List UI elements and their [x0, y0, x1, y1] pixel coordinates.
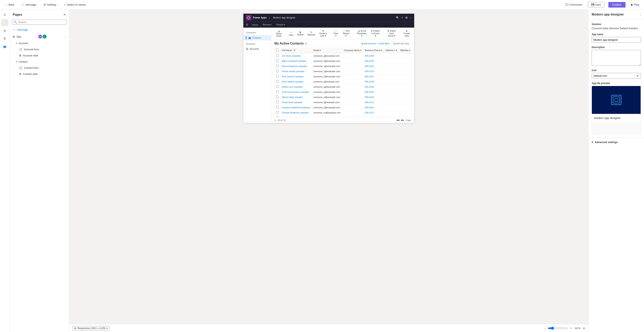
zoom-in-button[interactable]: ＋ — [569, 326, 572, 330]
table-cell-0-1[interactable]: someone_j@example.com — [312, 53, 342, 58]
table-cell-5-0[interactable]: Rene Valdes (sample) — [280, 79, 312, 84]
table-cell-4-0[interactable]: Paul Cannon (sample) — [280, 74, 312, 79]
nav-item-contact-form[interactable]: 📋 Contact form — [10, 65, 69, 71]
table-cell-8-0[interactable]: Sidney Higa (sample) — [280, 95, 312, 100]
nav-item-app[interactable]: ⊞ App M J ··· — [10, 33, 69, 40]
table-cell-10-0[interactable]: Susanna Stubberod (sample) — [280, 105, 312, 110]
zoom-out-button[interactable]: − — [544, 327, 546, 330]
crm-more-icon[interactable]: ··· — [409, 16, 412, 19]
crm-hamburger[interactable]: ☰ — [246, 23, 248, 26]
row-checkbox-6[interactable] — [276, 85, 278, 88]
crm-sidebar-contacts[interactable]: 👥 Contacts — [244, 35, 271, 40]
crm-import-excel-btn[interactable]: ⬇ Import from Excel ▾ — [385, 29, 398, 38]
crm-export-excel-btn[interactable]: ⬆ Export to Excel ▾ — [369, 29, 382, 38]
row-checkbox-7[interactable] — [276, 90, 278, 93]
table-cell-4-1[interactable]: someone_h@example.com — [312, 74, 342, 79]
col-checkbox[interactable] — [274, 48, 280, 53]
table-cell-7-1[interactable]: someone_e@example.com — [312, 89, 342, 95]
row-checkbox-5[interactable] — [276, 80, 278, 83]
table-row[interactable]: Scott Konersmann (sample)someone_e@examp… — [274, 89, 412, 95]
next-page-btn[interactable]: ▶▶ — [401, 119, 404, 121]
row-checkbox-0[interactable] — [276, 54, 278, 57]
play-button[interactable]: ▶ Play — [630, 2, 641, 7]
row-checkbox-2[interactable] — [276, 65, 278, 67]
table-cell-0-0[interactable]: Jim Glynn (sample) — [280, 53, 312, 58]
row-checkbox-1[interactable] — [276, 59, 278, 62]
app-name-input[interactable] — [592, 37, 641, 43]
table-cell-6-1[interactable]: someone_g@example.com — [312, 84, 342, 89]
crm-run-report-btn[interactable]: 📄 Run Report ▾ — [341, 29, 352, 38]
crm-new-btn[interactable]: ＋ New — [287, 30, 295, 37]
table-row[interactable]: Susanna Stubberod (sample)someone_b@exam… — [274, 105, 412, 110]
table-cell-8-1[interactable]: someone_e@example.com — [312, 95, 342, 100]
prev-page-btn[interactable]: ◀◀ — [396, 119, 400, 121]
table-cell-1-1[interactable]: someone_d@example.com — [312, 58, 342, 64]
crm-show-chart-btn[interactable]: 📊 Show Chart — [274, 29, 284, 38]
table-cell-6-0[interactable]: Robert Lyon (sample) — [280, 84, 312, 89]
people-icon[interactable]: 👥 — [1, 43, 8, 50]
crm-search-icon[interactable]: 🔍 — [396, 16, 399, 19]
menu-icon[interactable]: ☰ — [1, 11, 8, 18]
table-cell-10-1[interactable]: someone_b@example.com — [312, 105, 342, 110]
table-cell-12-1[interactable]: someone_a@example.com — [312, 115, 342, 117]
nav-item-account-view[interactable]: ⊞ Account view — [10, 52, 69, 59]
row-checkbox-11[interactable] — [276, 111, 278, 114]
description-textarea[interactable] — [592, 50, 641, 66]
table-cell-9-1[interactable]: someone_f@example.com — [312, 100, 342, 105]
crm-excel-templates-btn[interactable]: 📊 Excel Templates ▾ — [355, 29, 368, 38]
table-cell-3-0[interactable]: Patrick Sands (sample) — [280, 69, 312, 74]
components-icon[interactable]: ⊞ — [1, 27, 8, 34]
table-cell-7-0[interactable]: Scott Konersmann (sample) — [280, 89, 312, 95]
col-email[interactable]: Email ▾ — [312, 48, 342, 53]
table-row[interactable]: Robert Lyon (sample)someone_g@example.co… — [274, 84, 412, 89]
table-cell-2-0[interactable]: Nancy Anderson (sample) — [280, 64, 312, 69]
col-company[interactable]: Company Name ▾ — [342, 48, 363, 53]
table-row[interactable]: Thomas Andersen (sample)someone_m@exampl… — [274, 110, 412, 115]
canvas-scroll[interactable]: Power Apps | Modern app designer 🔍 ＋ ⚙ ·… — [69, 9, 588, 324]
table-cell-11-0[interactable]: Thomas Andersen (sample) — [280, 110, 312, 115]
col-birthday[interactable]: Birthday ▾ — [399, 48, 412, 53]
pages-close-button[interactable]: ✕ — [63, 13, 66, 16]
nav-item-account[interactable]: ▾ Account — [10, 40, 69, 46]
publish-button[interactable]: Publish — [608, 2, 626, 7]
table-row[interactable]: Jim Glynn (sample)someone_j@example.com5… — [274, 53, 412, 58]
row-checkbox-4[interactable] — [276, 75, 278, 77]
table-row[interactable]: Nancy Anderson (sample)someone_c@example… — [274, 64, 412, 69]
table-row[interactable]: Patrick Sands (sample)someone_k@example.… — [274, 69, 412, 74]
row-checkbox-8[interactable] — [276, 96, 278, 98]
table-row[interactable]: Susan Burk (sample)someone_f@example.com… — [274, 100, 412, 105]
account-chevron[interactable]: ▾ — [16, 42, 17, 44]
search-box[interactable]: 🔍 — [12, 20, 67, 25]
view-dropdown-icon[interactable]: ▾ — [305, 42, 307, 45]
search-input[interactable] — [18, 21, 65, 24]
nav-item-contact[interactable]: ▾ Contact — [10, 59, 69, 65]
crm-delete-btn[interactable]: 🗑 Delete — [296, 30, 305, 36]
save-button[interactable]: 💾 Save — [588, 2, 604, 7]
table-row[interactable]: Sidney Higa (sample)someone_e@example.co… — [274, 95, 412, 100]
right-panel-close-button[interactable]: › — [640, 13, 641, 16]
crm-sidebar-accounts[interactable]: 🏢 Accounts — [244, 46, 271, 51]
table-cell-1-0[interactable]: Maria Campbell (sample) — [280, 58, 312, 64]
nav-item-contact-view[interactable]: ⊞ Contact view — [10, 71, 69, 77]
select-all-checkbox[interactable] — [276, 49, 278, 51]
col-fullname[interactable]: Full Name ↑ ▾ — [280, 48, 312, 53]
crm-create-view-btn[interactable]: 👁 Create view — [402, 29, 412, 38]
app-more-button[interactable]: ··· — [64, 35, 66, 38]
crm-nav-recent[interactable]: Recent ▾ — [262, 22, 272, 28]
crm-refresh-btn[interactable]: ↻ Refresh — [306, 30, 317, 37]
table-cell-3-1[interactable]: someone_k@example.com — [312, 69, 342, 74]
pages-icon[interactable]: 📄 — [1, 19, 8, 26]
col-phone[interactable]: Business Phone ▾ — [363, 48, 384, 53]
crm-add-icon[interactable]: ＋ — [401, 16, 404, 19]
nav-item-account-form[interactable]: 📋 Account form — [10, 46, 69, 52]
fit-to-screen-button[interactable]: ⊕ — [583, 327, 585, 330]
responsive-selector[interactable]: ⊞ Responsive (1911 x 1129) ▾ — [72, 326, 110, 331]
col-address[interactable]: Address 1 ▾ — [384, 48, 399, 53]
crm-flow-btn[interactable]: ⚡ Flow ▾ — [332, 29, 340, 38]
contact-chevron[interactable]: ▾ — [16, 61, 17, 63]
add-page-nav-button[interactable]: ＋ Add page — [10, 26, 69, 33]
edit-columns-btn[interactable]: ⊞ Edit columns — [362, 42, 376, 45]
add-page-button[interactable]: ＋ Add page — [20, 2, 38, 7]
settings-button[interactable]: ⚙ Settings — [42, 2, 58, 7]
switch-classic-button[interactable]: ⤢ Switch to classic — [62, 2, 88, 7]
